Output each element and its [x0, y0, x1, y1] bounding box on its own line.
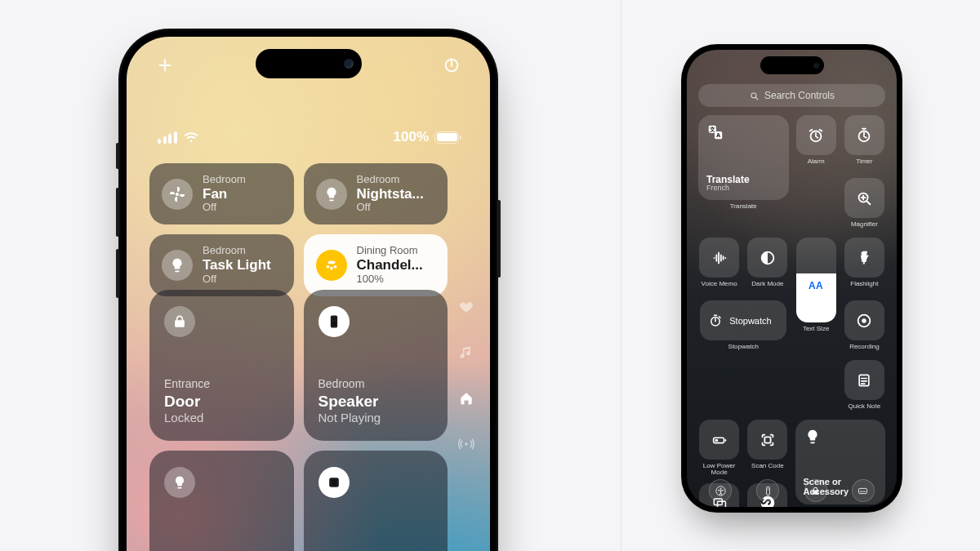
tile-room: Bedroom: [203, 245, 271, 257]
accessory-card[interactable]: Entrance Door Locked: [149, 290, 294, 441]
text-size-slider[interactable]: AA: [796, 238, 836, 322]
bulb-icon: [316, 179, 347, 210]
card-room: Bedroom: [318, 377, 434, 392]
battery-percent: 100%: [394, 129, 429, 145]
tile-name: Nightsta...: [357, 186, 424, 202]
flashlight-icon: [856, 250, 872, 266]
search-icon: [749, 91, 760, 101]
low-power-icon: [710, 431, 728, 449]
home-icon: [458, 390, 474, 407]
quick-note-icon: [856, 372, 872, 389]
bulb-icon: [162, 250, 193, 281]
search-controls-field[interactable]: Search Controls: [698, 84, 885, 107]
phone-home-controls: 100% Bedroom Fan Off Bedroom Nightsta...…: [118, 29, 498, 551]
recording-icon: [855, 312, 873, 330]
accessory-card[interactable]: [149, 451, 294, 551]
bulb-icon: [164, 467, 195, 498]
tile-name: Fan: [203, 186, 246, 202]
dark-mode-button[interactable]: [747, 238, 787, 278]
alarm-button[interactable]: [796, 115, 836, 155]
dark-mode-icon: [759, 249, 777, 267]
lock-icon: [164, 306, 195, 337]
page-dock: [697, 479, 887, 502]
text-size-marker: AA: [808, 280, 823, 291]
accessory-tile[interactable]: Bedroom Task Light Off: [149, 234, 294, 295]
vertical-divider: [621, 0, 621, 551]
tile-state: 100%: [357, 273, 423, 286]
tile-room: Dining Room: [357, 245, 423, 257]
stopwatch-tile[interactable]: Stopwatch: [700, 300, 786, 340]
tile-name: Chandel...: [357, 257, 423, 273]
phone-control-gallery: Search Controls Translate French Transla…: [681, 44, 902, 513]
flashlight-button[interactable]: [844, 238, 884, 278]
translate-tile[interactable]: Translate French: [698, 115, 789, 200]
wifi-icon: [183, 129, 199, 145]
voice-memo-button[interactable]: [699, 238, 739, 278]
card-room: Entrance: [164, 377, 279, 392]
timer-button[interactable]: [844, 115, 884, 155]
tile-name: Task Light: [203, 257, 271, 273]
search-placeholder: Search Controls: [764, 90, 835, 101]
page-indicator-heart[interactable]: [457, 298, 475, 316]
voice-memo-icon: [710, 249, 728, 267]
page-indicator-home[interactable]: [457, 389, 475, 407]
battery-icon: [434, 131, 459, 144]
card-state: Not Playing: [318, 411, 434, 426]
alarm-icon: [807, 127, 825, 144]
tile-state: Off: [203, 202, 246, 214]
scan-code-icon: [759, 431, 777, 449]
music-icon: [458, 344, 474, 361]
sensor-icon: [458, 436, 474, 452]
heart-icon: [458, 299, 474, 315]
add-control-button[interactable]: [154, 55, 176, 76]
low-power-button[interactable]: [699, 420, 739, 460]
translate-caption: Translate: [730, 203, 757, 216]
dock-remote[interactable]: [756, 479, 779, 502]
magnifier-button[interactable]: [844, 178, 884, 218]
speaker-icon: [318, 306, 350, 337]
translate-subtitle: French: [706, 184, 781, 192]
bulb-icon: [804, 428, 822, 446]
fan-icon: [162, 179, 193, 210]
timer-icon: [855, 127, 873, 144]
accessory-tile[interactable]: Bedroom Fan Off: [149, 163, 294, 224]
tile-state: Off: [357, 202, 424, 214]
cellular-signal-icon: [158, 131, 177, 144]
dock-accessibility[interactable]: [709, 479, 732, 502]
power-button[interactable]: [441, 55, 462, 76]
page-indicator-music[interactable]: [457, 344, 475, 362]
accessory-card[interactable]: Bedroom Speaker Not Playing: [304, 290, 448, 441]
page-indicator-sensor[interactable]: [457, 435, 475, 453]
chandelier-icon: [316, 250, 347, 281]
tile-room: Bedroom: [357, 174, 424, 186]
accessory-tile[interactable]: Bedroom Nightsta... Off: [304, 163, 448, 224]
tile-state: Off: [203, 273, 271, 286]
translate-icon: [706, 123, 724, 141]
magnifier-icon: [855, 189, 873, 207]
tile-room: Bedroom: [203, 174, 246, 186]
stopwatch-icon: [708, 313, 723, 328]
quick-note-button[interactable]: [844, 360, 884, 400]
accessory-card[interactable]: [304, 451, 448, 551]
recording-button[interactable]: [844, 300, 884, 340]
card-name: Speaker: [318, 392, 434, 411]
outlet-icon: [318, 467, 350, 498]
scan-code-button[interactable]: [747, 420, 787, 460]
dock-captions[interactable]: [852, 479, 875, 502]
accessory-tile[interactable]: Dining Room Chandel... 100%: [304, 234, 448, 295]
status-bar: 100%: [127, 129, 490, 145]
dock-lock[interactable]: [804, 479, 827, 502]
card-state: Locked: [164, 411, 279, 426]
card-name: Door: [164, 392, 279, 411]
